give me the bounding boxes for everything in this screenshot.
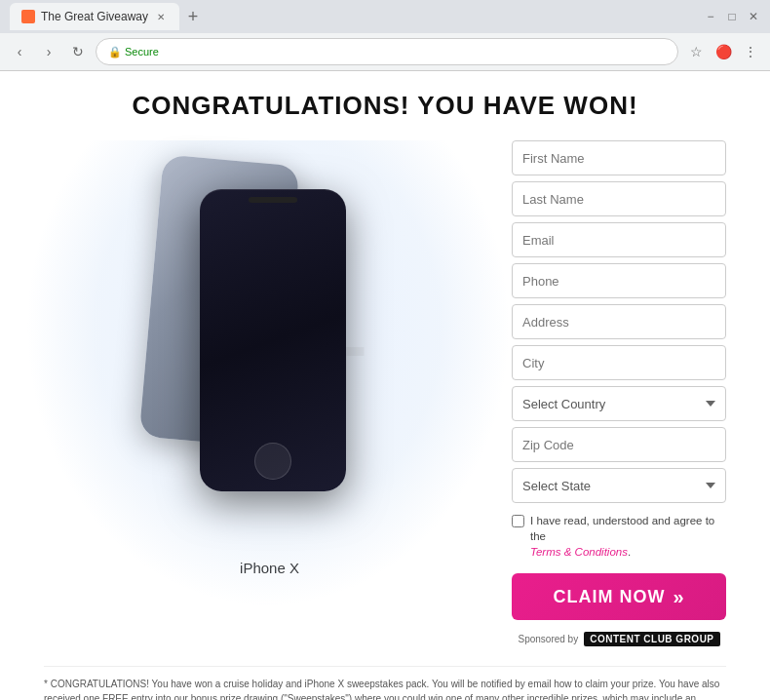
extension-icon[interactable]: 🔴 xyxy=(712,40,735,63)
minimize-button[interactable]: − xyxy=(704,10,717,23)
phone-input[interactable] xyxy=(512,263,726,298)
secure-label: Secure xyxy=(125,46,159,58)
city-input[interactable] xyxy=(512,345,726,380)
address-bar[interactable]: 🔒 Secure xyxy=(96,38,678,65)
phone-label: iPhone X xyxy=(237,560,299,576)
browser-tab[interactable]: The Great Giveaway ✕ xyxy=(10,3,179,30)
close-window-button[interactable]: ✕ xyxy=(747,10,760,23)
terms-link[interactable]: Terms & Conditions xyxy=(530,546,628,558)
sponsored-row: Sponsored by CONTENT CLUB GROUP xyxy=(512,632,726,646)
footer-disclaimer: * CONGRATULATIONS! You have won a cruise… xyxy=(44,666,726,700)
checkbox-label: I have read, understood and agree to the… xyxy=(530,513,726,560)
state-select[interactable]: Select State Alabama California New York… xyxy=(512,468,726,503)
browser-chrome: The Great Giveaway ✕ + − □ ✕ ‹ › ↻ 🔒 Sec… xyxy=(0,0,770,71)
email-input[interactable] xyxy=(512,222,726,257)
maximize-button[interactable]: □ xyxy=(725,10,739,23)
page-inner: CONGRATULATIONS! YOU HAVE WON! FACT iP xyxy=(15,71,755,700)
bookmark-icon[interactable]: ☆ xyxy=(684,40,708,63)
first-name-input[interactable] xyxy=(512,140,726,175)
browser-toolbar: ‹ › ↻ 🔒 Secure ☆ 🔴 ⋮ xyxy=(0,33,770,70)
claim-now-button[interactable]: CLAIM NOW » xyxy=(512,573,726,620)
page-content: CONGRATULATIONS! YOU HAVE WON! FACT iP xyxy=(0,71,770,700)
content-row: FACT iPhone X xyxy=(44,140,726,646)
secure-badge: 🔒 Secure xyxy=(108,46,159,58)
phone-front xyxy=(200,189,346,491)
phone-label-text: iPhone X xyxy=(240,560,299,576)
tab-title: The Great Giveaway xyxy=(41,10,148,23)
phone-display xyxy=(141,140,395,550)
lock-icon: 🔒 xyxy=(108,46,122,58)
forward-button[interactable]: › xyxy=(37,40,60,63)
toolbar-icons: ☆ 🔴 ⋮ xyxy=(684,40,762,63)
terms-checkbox-row: I have read, understood and agree to the… xyxy=(512,513,726,560)
registration-form: Select Country United States United King… xyxy=(512,140,726,646)
menu-icon[interactable]: ⋮ xyxy=(739,40,762,63)
tab-close-button[interactable]: ✕ xyxy=(154,10,168,23)
new-tab-button[interactable]: + xyxy=(179,3,207,30)
claim-label: CLAIM NOW xyxy=(553,587,665,607)
window-controls: − □ ✕ xyxy=(704,10,760,23)
sponsored-by-label: Sponsored by xyxy=(518,634,578,644)
phone-image-area: FACT iPhone X xyxy=(44,140,492,608)
last-name-input[interactable] xyxy=(512,181,726,216)
terms-checkbox[interactable] xyxy=(512,515,524,527)
main-headline: CONGRATULATIONS! YOU HAVE WON! xyxy=(44,91,726,121)
browser-titlebar: The Great Giveaway ✕ + − □ ✕ xyxy=(0,0,770,33)
left-column: FACT iPhone X xyxy=(44,140,492,608)
zip-input[interactable] xyxy=(512,427,726,462)
back-button[interactable]: ‹ xyxy=(8,40,31,63)
reload-button[interactable]: ↻ xyxy=(66,40,90,63)
country-select[interactable]: Select Country United States United King… xyxy=(512,386,726,421)
chevrons-icon: » xyxy=(673,586,684,608)
tab-favicon xyxy=(21,10,35,23)
sponsor-name-badge: CONTENT CLUB GROUP xyxy=(584,632,719,646)
address-input[interactable] xyxy=(512,304,726,339)
